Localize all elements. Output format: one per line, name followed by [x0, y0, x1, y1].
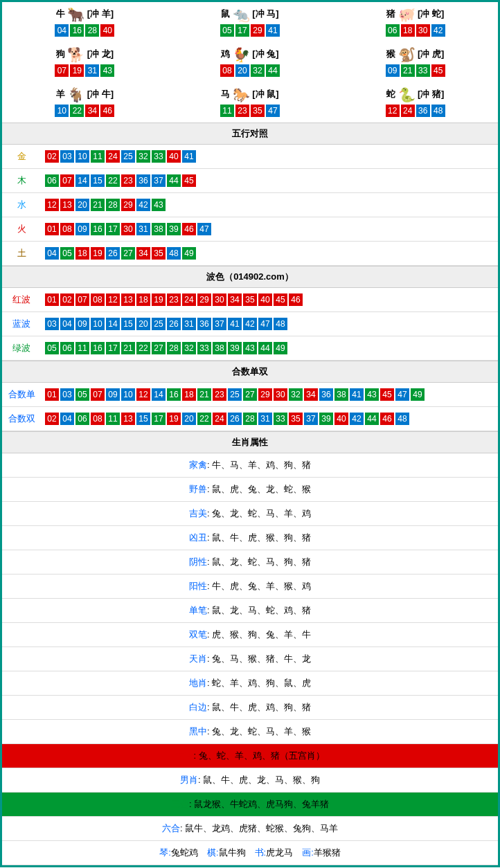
number-chip: 40 — [100, 24, 114, 37]
number-chip: 41 — [228, 318, 242, 330]
number-chip: 22 — [70, 105, 84, 117]
number-chip: 21 — [121, 342, 135, 354]
number-chip: 04 — [60, 413, 74, 425]
zodiac-name: 牛 — [56, 8, 65, 20]
row-label: 木 — [2, 169, 41, 193]
number-chip: 39 — [228, 342, 242, 354]
attr-row: 男肖: 鼠、牛、虎、龙、马、猴、狗 — [2, 768, 498, 793]
number-chip: 22 — [136, 342, 150, 354]
number-chip: 49 — [411, 388, 425, 401]
attr-value: 鼠牛、龙鸡、虎猪、蛇猴、兔狗、马羊 — [185, 823, 338, 833]
number-chip: 47 — [197, 223, 211, 235]
number-chip: 12 — [45, 199, 59, 211]
bottom-key: 棋: — [207, 847, 219, 858]
zodiac-cell: 猪🐖[冲 蛇]06183042 — [332, 2, 498, 42]
number-chip: 04 — [60, 318, 74, 330]
number-chip: 39 — [167, 223, 181, 235]
z-snake-icon: 🐍 — [397, 87, 416, 102]
number-chip: 46 — [182, 223, 196, 235]
number-chip: 37 — [304, 413, 318, 425]
number-chip: 26 — [228, 413, 242, 425]
number-chip: 36 — [197, 318, 211, 330]
attr-value: 兔、马、猴、猪、牛、龙 — [212, 653, 311, 664]
attr-key: 野兽 — [189, 484, 207, 494]
number-chip: 10 — [91, 318, 105, 330]
number-chip: 38 — [213, 342, 226, 354]
heshu-header: 合数单双 — [2, 361, 498, 383]
shuxing-header: 生肖属性 — [2, 431, 498, 453]
number-chip: 46 — [100, 105, 114, 117]
number-chip: 03 — [45, 318, 59, 330]
attr-value: 牛、马、羊、鸡、狗、猪 — [212, 460, 311, 470]
number-chip: 02 — [45, 413, 59, 425]
attr-value: 蛇、羊、鸡、狗、鼠、虎 — [212, 678, 311, 688]
number-chip: 27 — [121, 247, 135, 260]
number-chip: 19 — [167, 413, 181, 425]
attr-key: 单笔 — [189, 605, 207, 615]
number-chip: 01 — [45, 388, 59, 401]
number-chip: 44 — [167, 174, 181, 187]
bottom-key: 琴: — [159, 847, 171, 858]
number-chip: 47 — [266, 105, 280, 117]
number-chip: 06 — [60, 342, 74, 354]
zodiac-cell: 狗🐕[冲 龙]07193143 — [2, 42, 168, 82]
number-chip: 07 — [91, 388, 105, 401]
number-chip: 33 — [197, 342, 211, 354]
attr-row: 阳性: 牛、虎、兔、羊、猴、鸡 — [2, 575, 498, 599]
number-chip: 38 — [334, 388, 348, 401]
number-chip: 38 — [152, 223, 166, 235]
wuxing-table: 金02031011242532334041木060714152223363744… — [2, 145, 498, 266]
attr-row: 地肖: 蛇、羊、鸡、狗、鼠、虎 — [2, 671, 498, 696]
number-chip: 08 — [60, 223, 74, 235]
number-chip: 30 — [121, 223, 135, 235]
zodiac-cell: 猴🐒[冲 虎]09213345 — [332, 42, 498, 82]
number-chip: 11 — [220, 105, 234, 117]
attr-row: 野兽: 鼠、虎、兔、龙、蛇、猴 — [2, 478, 498, 502]
number-chip: 26 — [106, 247, 120, 260]
number-chip: 34 — [304, 388, 318, 401]
zodiac-name: 马 — [221, 88, 230, 100]
number-chip: 12 — [386, 105, 400, 117]
number-chip: 28 — [243, 413, 257, 425]
number-chip: 35 — [152, 247, 166, 260]
number-chip: 03 — [60, 150, 74, 163]
attr-key: 吉美 — [189, 508, 207, 518]
bottom-key: 画: — [302, 847, 314, 858]
row-label: 蓝波 — [2, 312, 41, 336]
number-chip: 14 — [106, 318, 120, 330]
z-horse-icon: 🐎 — [231, 87, 251, 102]
number-chip: 09 — [75, 318, 89, 330]
number-chip: 18 — [75, 247, 89, 260]
number-chip: 13 — [60, 199, 74, 211]
zodiac-cell: 羊🐐[冲 牛]10223446 — [2, 82, 168, 123]
number-chip: 42 — [243, 318, 257, 330]
number-chip: 18 — [182, 388, 196, 401]
number-chip: 23 — [167, 293, 181, 306]
attr-value: 兔、蛇、羊、鸡、猪（五宫肖） — [199, 750, 325, 761]
number-chip: 41 — [182, 150, 196, 163]
number-chip: 33 — [152, 150, 166, 163]
number-chip: 09 — [106, 388, 120, 401]
shuxing-list: 家禽: 牛、马、羊、鸡、狗、猪野兽: 鼠、虎、兔、龙、蛇、猴吉美: 兔、龙、蛇、… — [2, 453, 498, 841]
zodiac-name: 狗 — [56, 48, 65, 60]
attr-row: 女肖: 兔、蛇、羊、鸡、猪（五宫肖） — [2, 744, 498, 768]
row-label: 水 — [2, 193, 41, 217]
row-label: 土 — [2, 242, 41, 266]
number-chip: 30 — [274, 388, 287, 401]
attr-value: 鼠、龙、蛇、马、狗、猪 — [212, 557, 311, 567]
number-chip: 05 — [60, 247, 74, 260]
attr-value: 鼠、虎、兔、龙、蛇、猴 — [212, 484, 311, 494]
number-chip: 44 — [258, 342, 272, 354]
number-chip: 12 — [136, 388, 150, 401]
bose-header: 波色（014902.com） — [2, 266, 498, 288]
attr-value: 鼠龙猴、牛蛇鸡、虎马狗、兔羊猪 — [194, 799, 329, 809]
wuxing-header: 五行对照 — [2, 123, 498, 145]
attr-row: 双笔: 虎、猴、狗、兔、羊、牛 — [2, 623, 498, 647]
attr-key: 地肖 — [189, 678, 207, 688]
number-chip: 10 — [55, 105, 69, 117]
number-chip: 29 — [258, 388, 272, 401]
attr-row: 阴性: 鼠、龙、蛇、马、狗、猪 — [2, 550, 498, 575]
number-chip: 28 — [85, 24, 99, 37]
number-chip: 24 — [106, 150, 120, 163]
number-chip: 31 — [182, 318, 196, 330]
